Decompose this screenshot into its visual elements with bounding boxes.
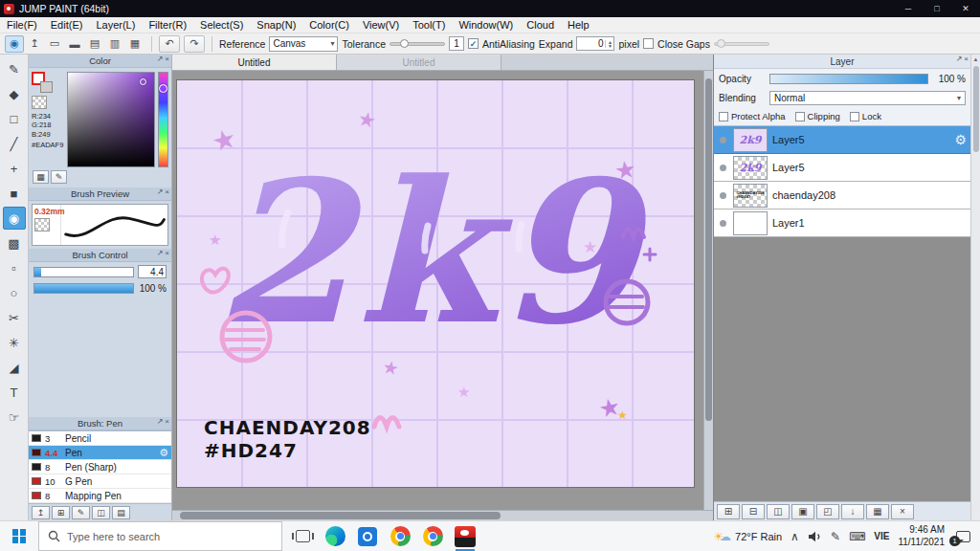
menu-file[interactable]: File(F)	[0, 19, 44, 31]
layer-row-layer5-top[interactable]: 2k9 Layer5 ⚙	[714, 126, 970, 154]
grid-button[interactable]: ▦	[125, 35, 145, 53]
tolerance-slider[interactable]	[390, 42, 445, 46]
duplicate-brush-button[interactable]: ◫	[92, 506, 110, 519]
palette-button[interactable]: ▦	[33, 170, 49, 184]
pen-tool[interactable]: ✎	[3, 57, 26, 80]
layer-row-layer5[interactable]: 2k9 Layer5	[714, 154, 970, 182]
canvas-viewport[interactable]: ★ ★ ★ ★ ★ ★ ★ ★ ★ 2k9	[172, 71, 703, 510]
canvas[interactable]: ★ ★ ★ ★ ★ ★ ★ ★ ★ 2k9	[177, 80, 694, 487]
duplicate-layer-button[interactable]: ◫	[767, 504, 790, 519]
gear-icon[interactable]: ⚙	[159, 447, 168, 459]
taskbar-search[interactable]: Type here to search	[38, 521, 282, 551]
spinner-arrows[interactable]: ▲▼	[605, 40, 613, 48]
menu-cloud[interactable]: Cloud	[520, 19, 561, 31]
visibility-toggle[interactable]	[720, 192, 726, 199]
start-button[interactable]	[0, 521, 38, 551]
menu-color[interactable]: Color(C)	[302, 19, 356, 31]
menu-edit[interactable]: Edit(E)	[44, 19, 90, 31]
layer-row-chaenday208[interactable]: CHAENDAY208#HD247 chaenday208	[714, 182, 970, 209]
window-scrollbar[interactable]: ▲	[970, 55, 980, 520]
slider-knob[interactable]	[400, 39, 409, 48]
color-marker[interactable]	[140, 78, 146, 85]
undo-button[interactable]: ↶	[159, 35, 180, 53]
chrome-taskbar-icon-1[interactable]	[386, 522, 414, 551]
material-button[interactable]: ▦	[866, 504, 889, 519]
camera-taskbar-icon[interactable]	[353, 522, 382, 551]
brush-item-g-pen[interactable]: 10 G Pen	[29, 474, 171, 489]
lock-checkbox[interactable]	[850, 112, 859, 121]
popout-icon[interactable]: ↗	[157, 55, 164, 63]
eyedropper-tool[interactable]: ◢	[3, 356, 26, 379]
menu-view[interactable]: View(V)	[356, 19, 406, 31]
popout-icon[interactable]: ↗	[157, 417, 164, 426]
menu-snap[interactable]: Snap(N)	[250, 19, 302, 31]
merge-down-button[interactable]: ↓	[841, 504, 864, 519]
task-view-button[interactable]	[288, 522, 317, 551]
brush-opacity-slider[interactable]	[33, 283, 134, 294]
move-tool[interactable]: +	[3, 157, 26, 180]
scroll-up-icon[interactable]: ▲	[973, 55, 979, 64]
brush-folder-button[interactable]: ▤	[112, 506, 130, 519]
saturation-value-picker[interactable]	[67, 72, 155, 167]
menu-tool[interactable]: Tool(T)	[406, 19, 452, 31]
canvas-horizontal-scrollbar[interactable]	[172, 510, 713, 520]
close-icon[interactable]: ×	[165, 55, 169, 63]
tolerance-value[interactable]: 1	[449, 36, 464, 51]
layer-folder-button[interactable]: ▣	[791, 504, 814, 519]
brush-item-pen-sharp[interactable]: 8 Pen (Sharp)	[29, 460, 171, 474]
background-color-swatch[interactable]	[40, 81, 53, 93]
popout-icon[interactable]: ↗	[157, 187, 164, 196]
scrollbar-thumb[interactable]	[973, 66, 979, 152]
layer-row-layer1[interactable]: Layer1	[714, 209, 970, 237]
fill-tool[interactable]: ◉	[3, 207, 26, 230]
line-tool[interactable]: ╱	[3, 132, 26, 155]
canvas-tab-2[interactable]: Untitled	[337, 55, 501, 70]
edge-taskbar-icon[interactable]	[321, 522, 349, 551]
visibility-toggle[interactable]	[720, 137, 726, 143]
action-center-button[interactable]: 1	[953, 528, 972, 545]
comment-button[interactable]: ▭	[45, 35, 64, 53]
menu-help[interactable]: Help	[561, 19, 596, 31]
chrome-taskbar-icon-2[interactable]	[418, 522, 447, 551]
menu-filter[interactable]: Filter(R)	[142, 19, 193, 31]
hue-marker[interactable]	[159, 84, 167, 93]
shape-tool[interactable]: ■	[3, 182, 26, 205]
pen-workspace-icon[interactable]: ✎	[831, 530, 840, 543]
new-layer-button[interactable]: ⊞	[717, 504, 740, 519]
publish-button[interactable]: ↥	[25, 35, 44, 53]
delete-layer-button[interactable]: ×	[891, 504, 914, 519]
document-list-button[interactable]: ▤	[85, 35, 104, 53]
clipping-button[interactable]: ◰	[816, 504, 839, 519]
clock[interactable]: 9:46 AM 11/11/2021	[898, 524, 945, 548]
panel-button[interactable]: ▬	[65, 35, 84, 53]
close-gaps-checkbox[interactable]	[643, 38, 654, 49]
weather-widget[interactable]: ☀☁ 72°F Rain	[713, 530, 782, 543]
visibility-toggle[interactable]	[720, 220, 726, 227]
text-tool[interactable]: T	[3, 381, 26, 404]
color-swatches[interactable]	[32, 72, 55, 93]
sync-brush-button[interactable]: ↥	[32, 506, 50, 519]
new-folder-button[interactable]: ⊟	[742, 504, 765, 519]
language-indicator[interactable]: VIE	[874, 531, 889, 541]
clipping-checkbox[interactable]	[795, 112, 805, 121]
edit-brush-button[interactable]: ✎	[72, 506, 90, 519]
close-button[interactable]: ✕	[951, 0, 980, 17]
close-icon[interactable]: ×	[165, 417, 169, 426]
tray-expand-chevron[interactable]: ∧	[791, 530, 799, 543]
brush-item-pen[interactable]: 4.4 Pen ⚙	[29, 446, 171, 460]
marquee-tool[interactable]: ▫	[3, 256, 26, 279]
brush-item-pencil[interactable]: 3 Pencil	[29, 431, 171, 446]
minimize-button[interactable]: ─	[894, 0, 923, 17]
scrollbar-thumb[interactable]	[705, 78, 712, 421]
brush-size-slider[interactable]	[33, 267, 134, 277]
brush-cursor-button[interactable]: ◉	[5, 35, 24, 53]
lasso-tool[interactable]: ○	[3, 281, 26, 304]
jump-paint-taskbar-icon[interactable]	[451, 522, 479, 551]
touch-keyboard-icon[interactable]: ⌨	[849, 530, 865, 543]
blending-select[interactable]: Normal ▾	[769, 91, 966, 105]
close-icon[interactable]: ×	[165, 187, 169, 196]
gradient-tool[interactable]: ▩	[3, 231, 26, 254]
eraser-tool[interactable]: ◆	[3, 82, 26, 105]
pages-button[interactable]: ▥	[105, 35, 124, 53]
speaker-icon[interactable]	[808, 531, 822, 542]
